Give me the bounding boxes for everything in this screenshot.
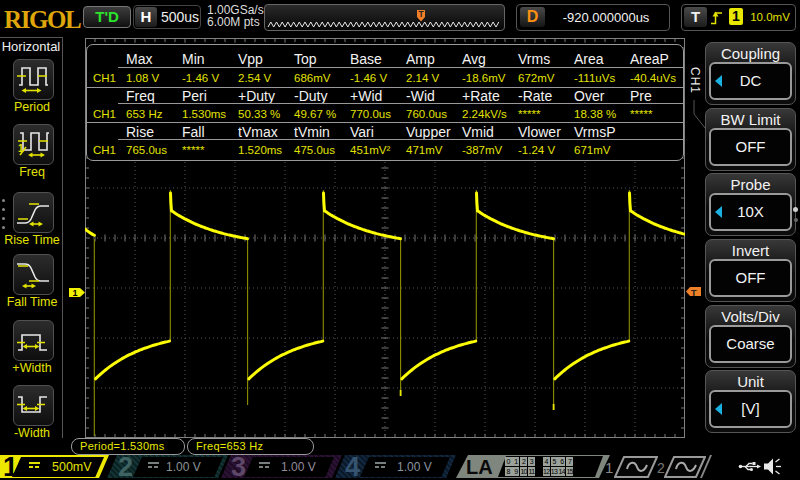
svg-text:T: T — [691, 288, 697, 298]
svg-text:1: 1 — [73, 288, 78, 298]
svg-text:T: T — [419, 9, 425, 19]
